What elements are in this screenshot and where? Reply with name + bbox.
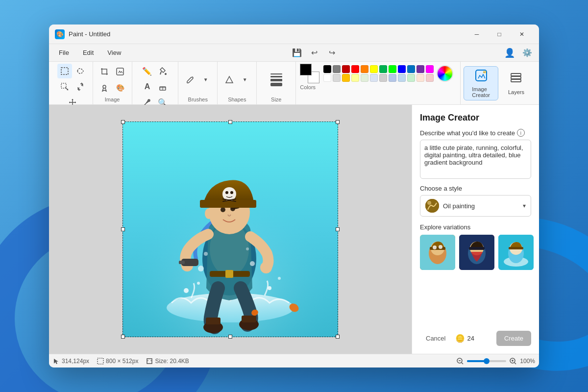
- color-swatch[interactable]: [351, 65, 359, 73]
- color-swatch[interactable]: [361, 74, 368, 82]
- cursor-icon: [53, 358, 60, 365]
- color-swatch[interactable]: [426, 74, 434, 82]
- svg-point-3: [103, 85, 106, 88]
- image-creator-button[interactable]: Image Creator: [464, 66, 498, 100]
- panel-footer: Cancel 🪙 24 Create: [420, 331, 531, 346]
- color-swatch[interactable]: [416, 74, 424, 82]
- redo-button[interactable]: ↪: [324, 45, 340, 61]
- image-ai-tool[interactable]: [113, 64, 127, 79]
- color-swatch[interactable]: [407, 65, 415, 73]
- color-swatch[interactable]: [398, 74, 406, 82]
- color-swatch[interactable]: [342, 65, 350, 73]
- svg-rect-0: [61, 68, 68, 74]
- text-tool[interactable]: A: [140, 79, 154, 94]
- pencil-tool[interactable]: ✏️: [140, 64, 154, 78]
- color-picker-wheel[interactable]: [437, 65, 453, 82]
- create-button[interactable]: Create: [496, 331, 531, 346]
- prompt-input[interactable]: [420, 140, 531, 179]
- foreground-color[interactable]: [300, 64, 312, 75]
- svg-rect-27: [179, 261, 185, 264]
- svg-point-16: [184, 288, 189, 293]
- color-swatch[interactable]: [389, 74, 396, 82]
- color-swatch[interactable]: [323, 65, 331, 73]
- cancel-button[interactable]: Cancel: [420, 332, 451, 345]
- ribbon-image-group: 🎨 Image: [93, 62, 132, 104]
- svg-rect-30: [206, 318, 220, 324]
- eraser-tool[interactable]: [155, 79, 170, 94]
- canvas-area[interactable]: [49, 105, 412, 354]
- menu-view[interactable]: View: [101, 47, 127, 58]
- selection-freehand-tool[interactable]: [73, 64, 88, 78]
- ribbon: Selection 🎨 Image ✏️: [49, 62, 539, 105]
- color-swatch[interactable]: [370, 65, 378, 73]
- image-paint-tool[interactable]: [97, 80, 112, 95]
- color-swatch[interactable]: [379, 74, 387, 82]
- svg-rect-36: [200, 200, 256, 208]
- variation-2[interactable]: [459, 235, 494, 270]
- svg-point-41: [204, 252, 208, 256]
- brush-dropdown[interactable]: ▼: [198, 73, 213, 87]
- selection-expand-tool[interactable]: [57, 79, 72, 94]
- image-creator-label: Image Creator: [472, 86, 490, 98]
- variation-1[interactable]: [420, 235, 455, 270]
- describe-label: Describe what you'd like to create i: [420, 129, 531, 137]
- color-swatch[interactable]: [333, 65, 341, 73]
- crop-tool[interactable]: [97, 64, 112, 79]
- brush-tool[interactable]: [183, 73, 197, 87]
- image-label: Image: [105, 97, 120, 102]
- layers-button[interactable]: Layers: [500, 70, 532, 97]
- selection-rotate-tool[interactable]: [73, 79, 88, 94]
- style-name: Oil painting: [443, 202, 519, 210]
- color-swatch[interactable]: [342, 74, 350, 82]
- svg-point-38: [225, 191, 228, 194]
- shapes-tool[interactable]: [222, 73, 237, 87]
- menu-file[interactable]: File: [53, 47, 75, 58]
- color-swatch[interactable]: [361, 65, 368, 73]
- color-swatch[interactable]: [333, 74, 341, 82]
- svg-point-52: [433, 245, 437, 249]
- color-swatch[interactable]: [323, 74, 331, 82]
- image-color-tool[interactable]: 🎨: [113, 80, 127, 95]
- image-creator-panel: Image Creator Describe what you'd like t…: [412, 105, 539, 354]
- menu-edit[interactable]: Edit: [77, 47, 99, 58]
- shapes-label: Shapes: [228, 97, 246, 102]
- info-icon[interactable]: i: [517, 129, 525, 137]
- settings-icon[interactable]: ⚙️: [519, 45, 535, 61]
- color-swatch[interactable]: [389, 65, 396, 73]
- credits-count: 24: [467, 335, 474, 342]
- color-swatch[interactable]: [416, 65, 424, 73]
- coordinates-display: 314,124px: [53, 358, 89, 365]
- shapes-dropdown[interactable]: ▼: [238, 73, 252, 87]
- variation-3[interactable]: [498, 235, 534, 270]
- color-swatch[interactable]: [379, 65, 387, 73]
- color-swatch[interactable]: [370, 74, 378, 82]
- close-button[interactable]: ✕: [511, 26, 533, 42]
- color-swatch[interactable]: [351, 74, 359, 82]
- account-icon[interactable]: 👤: [502, 45, 517, 61]
- minimize-button[interactable]: ─: [466, 26, 488, 42]
- svg-point-47: [427, 201, 431, 205]
- svg-rect-62: [509, 247, 523, 249]
- size-value: Size: 20.4KB: [155, 358, 189, 365]
- size-display: Size: 20.4KB: [146, 358, 189, 365]
- zoom-out-icon[interactable]: [456, 357, 464, 365]
- svg-rect-10: [511, 79, 521, 82]
- fill-tool[interactable]: [155, 64, 170, 78]
- color-swatch[interactable]: [398, 65, 406, 73]
- style-dropdown[interactable]: Oil painting ▾: [420, 195, 531, 217]
- zoom-slider[interactable]: [467, 360, 506, 362]
- maximize-button[interactable]: □: [488, 26, 511, 42]
- save-button[interactable]: 💾: [289, 45, 305, 61]
- svg-rect-63: [98, 358, 103, 364]
- svg-rect-64: [147, 359, 152, 364]
- undo-button[interactable]: ↩: [307, 45, 322, 61]
- color-swatch[interactable]: [407, 74, 415, 82]
- selection-rect-tool[interactable]: [57, 64, 72, 78]
- active-colors[interactable]: [300, 64, 319, 83]
- svg-point-33: [205, 208, 213, 219]
- ribbon-selection-group: Selection: [53, 62, 93, 104]
- zoom-in-icon[interactable]: [509, 357, 517, 365]
- ribbon-tools-group: ✏️ A 🔍 Tools: [132, 62, 179, 104]
- color-swatch[interactable]: [426, 65, 434, 73]
- size-icon: [146, 358, 153, 365]
